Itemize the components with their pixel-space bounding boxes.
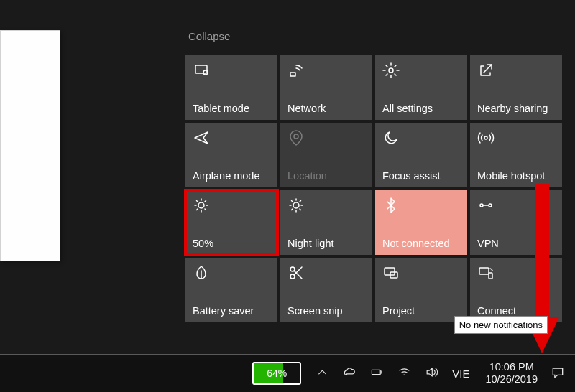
- brightness-icon: [288, 196, 365, 215]
- tile-label: Network: [288, 103, 365, 114]
- clock-date: 10/26/2019: [485, 373, 538, 386]
- airplane-mode-icon: [193, 129, 270, 147]
- taskbar-clock[interactable]: 10:06 PM 10/26/2019: [477, 361, 546, 386]
- network-icon: [288, 61, 365, 80]
- tile-hotspot-7[interactable]: Mobile hotspot: [470, 123, 562, 187]
- svg-rect-0: [535, 184, 549, 320]
- focus-assist-icon: [382, 129, 460, 147]
- location-icon: [288, 129, 365, 147]
- system-tray: VIE: [308, 365, 477, 381]
- brightness-icon: [193, 196, 270, 215]
- tile-label: Battery saver: [193, 305, 270, 317]
- tile-location-5[interactable]: Location: [280, 123, 372, 187]
- tile-share-3[interactable]: Nearby sharing: [470, 55, 562, 120]
- tray-wifi-icon[interactable]: [397, 365, 411, 381]
- tile-label: Not connected: [382, 238, 460, 249]
- taskbar: 64% VIE 10:06 PM 10/26/2019: [0, 354, 575, 392]
- tray-onedrive-icon[interactable]: [343, 365, 356, 381]
- tile-label: Screen snip: [288, 305, 365, 317]
- collapse-button[interactable]: Collapse: [188, 30, 559, 42]
- tray-volume-icon[interactable]: [425, 365, 438, 381]
- project-icon: [382, 263, 460, 282]
- tile-leaf-12[interactable]: Battery saver: [185, 258, 277, 322]
- action-center-button[interactable]: [546, 365, 575, 382]
- quick-actions-grid: Tablet modeNetworkAll settingsNearby sha…: [185, 55, 559, 322]
- screen-snip-icon: [288, 263, 365, 282]
- notifications-tooltip: No new notifications: [454, 316, 548, 334]
- nearby-sharing-icon: [477, 61, 555, 80]
- mobile-hotspot-icon: [477, 129, 555, 147]
- background-window-fragment: [0, 30, 60, 261]
- tile-label: Night light: [288, 238, 365, 249]
- tile-label: Project: [382, 305, 460, 317]
- tile-label: All settings: [382, 103, 460, 114]
- svg-marker-4: [427, 368, 432, 376]
- tile-sun-9[interactable]: Night light: [280, 190, 372, 255]
- tile-project-14[interactable]: Project: [375, 258, 467, 322]
- tile-settings-2[interactable]: All settings: [375, 55, 467, 120]
- tile-tablet-0[interactable]: Tablet mode: [185, 55, 277, 120]
- svg-rect-2: [372, 370, 381, 374]
- settings-icon: [382, 61, 460, 80]
- tile-label: Location: [288, 170, 365, 182]
- tile-snip-13[interactable]: Screen snip: [280, 258, 372, 322]
- tile-bt-10[interactable]: Not connected: [375, 190, 467, 255]
- battery-percent: 64%: [267, 368, 287, 379]
- tile-airplane-4[interactable]: Airplane mode: [185, 123, 277, 187]
- tile-label: Focus assist: [382, 170, 460, 182]
- tablet-mode-icon: [193, 61, 270, 80]
- action-center-panel: Collapse Tablet modeNetworkAll settingsN…: [185, 30, 559, 322]
- bluetooth-icon: [382, 196, 460, 215]
- tile-sun-8[interactable]: 50%: [185, 190, 277, 255]
- tile-label: 50%: [193, 238, 270, 249]
- tile-label: Airplane mode: [193, 170, 270, 182]
- tile-network-1[interactable]: Network: [280, 55, 372, 120]
- tile-label: Nearby sharing: [477, 103, 555, 114]
- tile-moon-6[interactable]: Focus assist: [375, 123, 467, 187]
- battery-badge[interactable]: 64%: [252, 362, 301, 385]
- tile-label: Mobile hotspot: [477, 170, 555, 182]
- tile-label: Tablet mode: [193, 103, 270, 114]
- tray-chevron-up-icon[interactable]: [316, 365, 329, 381]
- tray-battery-icon[interactable]: [370, 365, 384, 381]
- ime-indicator[interactable]: VIE: [452, 368, 469, 380]
- clock-time: 10:06 PM: [485, 361, 538, 373]
- battery-saver-icon: [193, 263, 270, 282]
